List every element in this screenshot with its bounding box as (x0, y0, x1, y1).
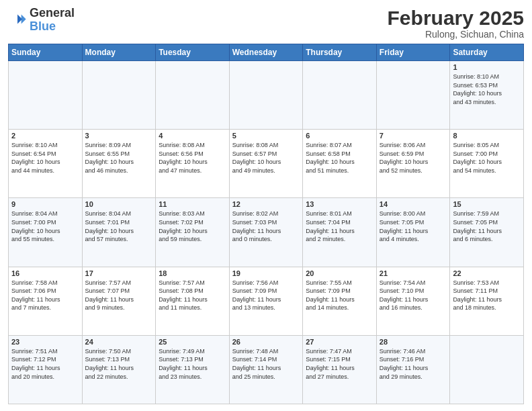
day-info: Sunrise: 7:55 AM Sunset: 7:09 PM Dayligh… (306, 279, 373, 312)
day-number: 11 (159, 200, 226, 208)
day-info: Sunrise: 8:10 AM Sunset: 6:53 PM Dayligh… (453, 73, 521, 106)
table-row: 4Sunrise: 8:08 AM Sunset: 6:56 PM Daylig… (156, 130, 230, 198)
day-info: Sunrise: 7:58 AM Sunset: 7:06 PM Dayligh… (11, 279, 79, 312)
day-number: 23 (11, 338, 79, 346)
month-title: February 2025 (388, 7, 524, 29)
day-number: 22 (453, 269, 521, 277)
day-number: 13 (306, 200, 373, 208)
day-number: 6 (306, 132, 373, 140)
day-info: Sunrise: 8:07 AM Sunset: 6:58 PM Dayligh… (306, 141, 373, 175)
day-info: Sunrise: 7:53 AM Sunset: 7:11 PM Dayligh… (453, 279, 521, 312)
table-row: 17Sunrise: 7:57 AM Sunset: 7:07 PM Dayli… (82, 267, 156, 335)
table-row: 26Sunrise: 7:48 AM Sunset: 7:14 PM Dayli… (229, 335, 303, 404)
day-number: 27 (306, 338, 373, 346)
day-info: Sunrise: 8:08 AM Sunset: 6:56 PM Dayligh… (159, 141, 226, 175)
day-info: Sunrise: 8:01 AM Sunset: 7:04 PM Dayligh… (306, 210, 373, 243)
table-row: 14Sunrise: 8:00 AM Sunset: 7:05 PM Dayli… (376, 198, 450, 267)
day-info: Sunrise: 8:05 AM Sunset: 7:00 PM Dayligh… (453, 141, 521, 175)
day-info: Sunrise: 7:46 AM Sunset: 7:16 PM Dayligh… (380, 347, 447, 381)
day-number: 28 (380, 338, 447, 346)
header-wednesday: Wednesday (229, 44, 303, 61)
table-row: 23Sunrise: 7:51 AM Sunset: 7:12 PM Dayli… (9, 335, 83, 404)
header-saturday: Saturday (450, 44, 524, 61)
logo: General Blue (8, 7, 75, 34)
day-number: 3 (85, 132, 153, 140)
calendar-week-row: 23Sunrise: 7:51 AM Sunset: 7:12 PM Dayli… (9, 335, 524, 404)
day-number: 24 (85, 338, 153, 346)
day-number: 17 (85, 269, 153, 277)
logo-general: General (30, 6, 75, 19)
day-info: Sunrise: 7:54 AM Sunset: 7:10 PM Dayligh… (380, 279, 447, 312)
location: Rulong, Sichuan, China (388, 29, 524, 40)
day-info: Sunrise: 7:57 AM Sunset: 7:07 PM Dayligh… (85, 279, 153, 312)
day-info: Sunrise: 8:06 AM Sunset: 6:59 PM Dayligh… (380, 141, 447, 175)
title-block: February 2025 Rulong, Sichuan, China (388, 7, 524, 40)
table-row: 10Sunrise: 8:04 AM Sunset: 7:01 PM Dayli… (82, 198, 156, 267)
logo-icon (8, 11, 27, 30)
day-info: Sunrise: 8:09 AM Sunset: 6:55 PM Dayligh… (85, 141, 153, 175)
table-row (376, 61, 450, 130)
day-info: Sunrise: 8:03 AM Sunset: 7:02 PM Dayligh… (159, 210, 226, 243)
day-number: 1 (453, 63, 521, 71)
day-info: Sunrise: 8:10 AM Sunset: 6:54 PM Dayligh… (11, 141, 79, 175)
day-number: 16 (11, 269, 79, 277)
day-info: Sunrise: 8:08 AM Sunset: 6:57 PM Dayligh… (232, 141, 300, 175)
calendar-header-row: Sunday Monday Tuesday Wednesday Thursday… (9, 44, 524, 61)
day-number: 7 (380, 132, 447, 140)
day-number: 4 (159, 132, 226, 140)
header-thursday: Thursday (303, 44, 377, 61)
day-number: 15 (453, 200, 521, 208)
table-row (450, 335, 524, 404)
day-info: Sunrise: 7:47 AM Sunset: 7:15 PM Dayligh… (306, 347, 373, 381)
day-info: Sunrise: 8:02 AM Sunset: 7:03 PM Dayligh… (232, 210, 300, 243)
day-number: 19 (232, 269, 300, 277)
day-number: 14 (380, 200, 447, 208)
table-row: 28Sunrise: 7:46 AM Sunset: 7:16 PM Dayli… (376, 335, 450, 404)
table-row: 20Sunrise: 7:55 AM Sunset: 7:09 PM Dayli… (303, 267, 377, 335)
table-row: 19Sunrise: 7:56 AM Sunset: 7:09 PM Dayli… (229, 267, 303, 335)
day-info: Sunrise: 8:00 AM Sunset: 7:05 PM Dayligh… (380, 210, 447, 243)
day-info: Sunrise: 7:59 AM Sunset: 7:05 PM Dayligh… (453, 210, 521, 243)
table-row (303, 61, 377, 130)
table-row: 27Sunrise: 7:47 AM Sunset: 7:15 PM Dayli… (303, 335, 377, 404)
day-number: 9 (11, 200, 79, 208)
header-friday: Friday (376, 44, 450, 61)
table-row (9, 61, 83, 130)
day-number: 21 (380, 269, 447, 277)
day-number: 18 (159, 269, 226, 277)
day-number: 26 (232, 338, 300, 346)
table-row: 5Sunrise: 8:08 AM Sunset: 6:57 PM Daylig… (229, 130, 303, 198)
table-row: 8Sunrise: 8:05 AM Sunset: 7:00 PM Daylig… (450, 130, 524, 198)
header: General Blue February 2025 Rulong, Sichu… (8, 7, 524, 40)
day-number: 10 (85, 200, 153, 208)
calendar-week-row: 9Sunrise: 8:04 AM Sunset: 7:00 PM Daylig… (9, 198, 524, 267)
day-number: 20 (306, 269, 373, 277)
header-sunday: Sunday (9, 44, 83, 61)
table-row (229, 61, 303, 130)
day-info: Sunrise: 7:57 AM Sunset: 7:08 PM Dayligh… (159, 279, 226, 312)
table-row: 12Sunrise: 8:02 AM Sunset: 7:03 PM Dayli… (229, 198, 303, 267)
table-row: 15Sunrise: 7:59 AM Sunset: 7:05 PM Dayli… (450, 198, 524, 267)
calendar-week-row: 1Sunrise: 8:10 AM Sunset: 6:53 PM Daylig… (9, 61, 524, 130)
table-row: 2Sunrise: 8:10 AM Sunset: 6:54 PM Daylig… (9, 130, 83, 198)
day-number: 2 (11, 132, 79, 140)
day-info: Sunrise: 7:49 AM Sunset: 7:13 PM Dayligh… (159, 347, 226, 381)
table-row: 13Sunrise: 8:01 AM Sunset: 7:04 PM Dayli… (303, 198, 377, 267)
table-row: 7Sunrise: 8:06 AM Sunset: 6:59 PM Daylig… (376, 130, 450, 198)
calendar-table: Sunday Monday Tuesday Wednesday Thursday… (8, 44, 524, 404)
day-info: Sunrise: 8:04 AM Sunset: 7:01 PM Dayligh… (85, 210, 153, 243)
day-number: 12 (232, 200, 300, 208)
table-row (156, 61, 230, 130)
table-row: 16Sunrise: 7:58 AM Sunset: 7:06 PM Dayli… (9, 267, 83, 335)
table-row: 1Sunrise: 8:10 AM Sunset: 6:53 PM Daylig… (450, 61, 524, 130)
table-row: 3Sunrise: 8:09 AM Sunset: 6:55 PM Daylig… (82, 130, 156, 198)
day-number: 8 (453, 132, 521, 140)
day-info: Sunrise: 7:50 AM Sunset: 7:13 PM Dayligh… (85, 347, 153, 381)
calendar-week-row: 16Sunrise: 7:58 AM Sunset: 7:06 PM Dayli… (9, 267, 524, 335)
table-row: 21Sunrise: 7:54 AM Sunset: 7:10 PM Dayli… (376, 267, 450, 335)
day-info: Sunrise: 7:56 AM Sunset: 7:09 PM Dayligh… (232, 279, 300, 312)
day-info: Sunrise: 7:51 AM Sunset: 7:12 PM Dayligh… (11, 347, 79, 381)
table-row: 24Sunrise: 7:50 AM Sunset: 7:13 PM Dayli… (82, 335, 156, 404)
page: General Blue February 2025 Rulong, Sichu… (0, 0, 532, 411)
calendar-week-row: 2Sunrise: 8:10 AM Sunset: 6:54 PM Daylig… (9, 130, 524, 198)
